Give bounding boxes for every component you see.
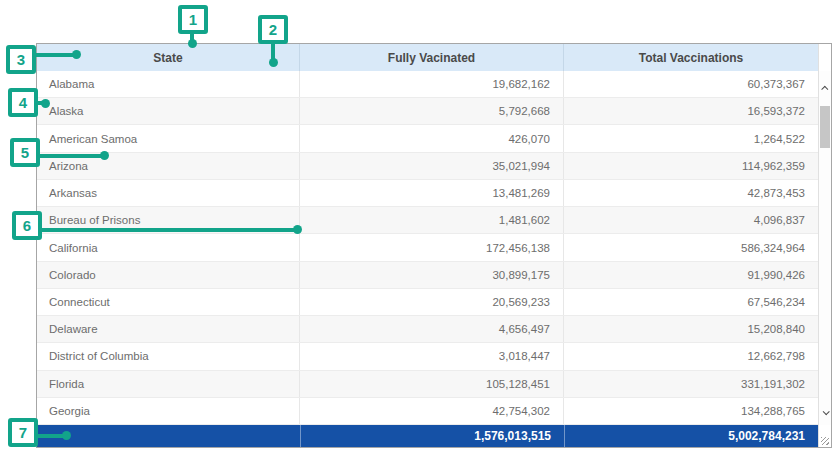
callout-3: 3 bbox=[6, 45, 36, 74]
state-cell: District of Columbia bbox=[37, 343, 300, 369]
fully-vaccinated-cell: 30,899,175 bbox=[300, 262, 564, 288]
column-header-fully-vaccinated[interactable]: Fully Vacinated bbox=[300, 44, 564, 71]
total-vaccinations-cell: 15,208,840 bbox=[564, 316, 818, 342]
chevron-down-icon bbox=[822, 408, 829, 415]
fully-vaccinated-cell: 4,656,497 bbox=[300, 316, 564, 342]
totals-state-cell bbox=[37, 425, 300, 447]
fully-vaccinated-cell: 5,792,668 bbox=[300, 98, 564, 124]
total-vaccinations-cell: 134,288,765 bbox=[564, 398, 818, 424]
state-cell: Alaska bbox=[37, 98, 300, 124]
callout-5-label: 5 bbox=[21, 144, 29, 161]
totals-total-vaccinations-cell: 5,002,784,231 bbox=[564, 425, 818, 447]
callout-1-dot bbox=[188, 39, 197, 48]
table-row-district-of-columbia[interactable]: District of Columbia3,018,44712,662,798 bbox=[37, 343, 818, 370]
state-cell: Alabama bbox=[37, 71, 300, 97]
total-vaccinations-cell: 16,593,372 bbox=[564, 98, 818, 124]
callout-2-label: 2 bbox=[269, 21, 277, 38]
table-header-row: State Fully Vacinated Total Vaccinations bbox=[37, 44, 831, 71]
vaccination-table: State Fully Vacinated Total Vaccinations… bbox=[36, 43, 832, 448]
fully-vaccinated-cell: 20,569,233 bbox=[300, 289, 564, 315]
total-vaccinations-cell: 1,264,522 bbox=[564, 125, 818, 151]
table-row-alabama[interactable]: Alabama19,682,16260,373,367 bbox=[37, 71, 818, 98]
state-cell: Florida bbox=[37, 371, 300, 397]
table-row-alaska[interactable]: Alaska5,792,66816,593,372 bbox=[37, 98, 818, 125]
state-cell: American Samoa bbox=[37, 125, 300, 151]
totals-fully-vaccinated-cell: 1,576,013,515 bbox=[300, 425, 564, 447]
callout-3-dot bbox=[72, 50, 81, 59]
total-vaccinations-cell: 586,324,964 bbox=[564, 234, 818, 260]
state-cell: California bbox=[37, 234, 300, 260]
callout-4-dot bbox=[41, 99, 50, 108]
callout-4: 4 bbox=[8, 88, 38, 117]
callout-5-connector bbox=[39, 154, 103, 158]
total-vaccinations-cell: 12,662,798 bbox=[564, 343, 818, 369]
total-vaccinations-cell: 331,191,302 bbox=[564, 371, 818, 397]
callout-5: 5 bbox=[10, 138, 40, 167]
table-row-american-samoa[interactable]: American Samoa426,0701,264,522 bbox=[37, 125, 818, 152]
vertical-scrollbar[interactable] bbox=[818, 71, 831, 425]
table-rows: Alabama19,682,16260,373,367Alaska5,792,6… bbox=[37, 71, 818, 425]
table-row-arkansas[interactable]: Arkansas13,481,26942,873,453 bbox=[37, 180, 818, 207]
table-row-arizona[interactable]: Arizona35,021,994114,962,359 bbox=[37, 153, 818, 180]
fully-vaccinated-cell: 172,456,138 bbox=[300, 234, 564, 260]
fully-vaccinated-cell: 35,021,994 bbox=[300, 153, 564, 179]
table-row-florida[interactable]: Florida105,128,451331,191,302 bbox=[37, 371, 818, 398]
column-header-total-vaccinations[interactable]: Total Vaccinations bbox=[564, 44, 818, 71]
scrollbar-thumb[interactable] bbox=[820, 106, 830, 148]
totals-row: 1,576,013,515 5,002,784,231 bbox=[37, 425, 831, 447]
callout-5-dot bbox=[100, 151, 109, 160]
table-row-connecticut[interactable]: Connecticut20,569,23367,546,234 bbox=[37, 289, 818, 316]
table-row-georgia[interactable]: Georgia42,754,302134,288,765 bbox=[37, 398, 818, 425]
state-cell: Connecticut bbox=[37, 289, 300, 315]
total-vaccinations-cell: 60,373,367 bbox=[564, 71, 818, 97]
state-cell: Arkansas bbox=[37, 180, 300, 206]
state-cell: Colorado bbox=[37, 262, 300, 288]
table-row-colorado[interactable]: Colorado30,899,17591,990,426 bbox=[37, 262, 818, 289]
fully-vaccinated-cell: 3,018,447 bbox=[300, 343, 564, 369]
callout-6: 6 bbox=[12, 211, 42, 240]
callout-6-label: 6 bbox=[23, 217, 31, 234]
header-scrollbar-spacer bbox=[818, 44, 831, 71]
total-vaccinations-cell: 114,962,359 bbox=[564, 153, 818, 179]
total-vaccinations-cell: 67,546,234 bbox=[564, 289, 818, 315]
resize-grip-icon bbox=[821, 437, 829, 445]
table-body: Alabama19,682,16260,373,367Alaska5,792,6… bbox=[37, 71, 831, 425]
callout-3-connector bbox=[35, 53, 75, 57]
state-cell: Delaware bbox=[37, 316, 300, 342]
callout-7-label: 7 bbox=[19, 424, 27, 441]
fully-vaccinated-cell: 1,481,602 bbox=[300, 207, 564, 233]
callout-1-label: 1 bbox=[189, 11, 197, 28]
total-vaccinations-cell: 91,990,426 bbox=[564, 262, 818, 288]
table-row-delaware[interactable]: Delaware4,656,49715,208,840 bbox=[37, 316, 818, 343]
callout-6-connector bbox=[41, 228, 296, 232]
scroll-down-button[interactable] bbox=[819, 401, 831, 423]
fully-vaccinated-cell: 42,754,302 bbox=[300, 398, 564, 424]
callout-3-label: 3 bbox=[17, 51, 25, 68]
callout-6-dot bbox=[293, 225, 302, 234]
callout-2: 2 bbox=[258, 15, 288, 44]
footer-corner bbox=[818, 425, 831, 447]
scroll-up-button[interactable] bbox=[819, 77, 831, 99]
fully-vaccinated-cell: 105,128,451 bbox=[300, 371, 564, 397]
state-cell: Georgia bbox=[37, 398, 300, 424]
callout-7: 7 bbox=[8, 418, 38, 447]
callout-4-label: 4 bbox=[19, 94, 27, 111]
callout-7-dot bbox=[62, 431, 71, 440]
fully-vaccinated-cell: 426,070 bbox=[300, 125, 564, 151]
callout-2-dot bbox=[269, 58, 278, 67]
table-row-california[interactable]: California172,456,138586,324,964 bbox=[37, 234, 818, 261]
total-vaccinations-cell: 4,096,837 bbox=[564, 207, 818, 233]
callout-1: 1 bbox=[178, 5, 208, 34]
total-vaccinations-cell: 42,873,453 bbox=[564, 180, 818, 206]
fully-vaccinated-cell: 19,682,162 bbox=[300, 71, 564, 97]
chevron-up-icon bbox=[821, 85, 828, 92]
fully-vaccinated-cell: 13,481,269 bbox=[300, 180, 564, 206]
